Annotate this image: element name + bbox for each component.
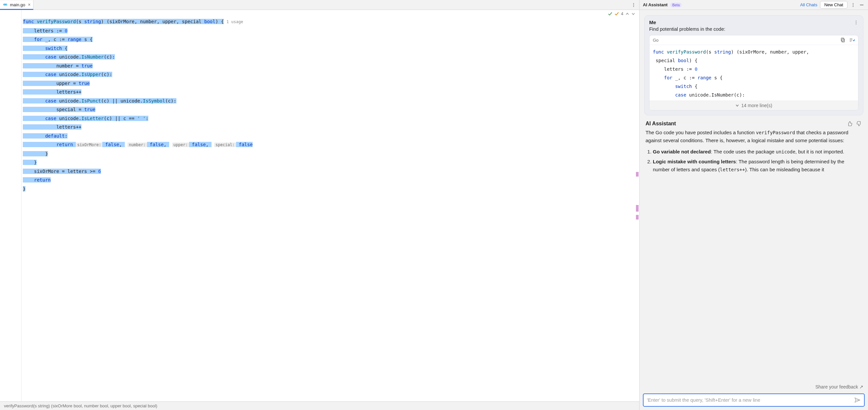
editor-tab-label: main.go xyxy=(10,2,25,7)
svg-point-5 xyxy=(633,4,634,5)
editor-tab-bar: main.go × xyxy=(0,0,639,10)
inlay-hint[interactable]: upper: xyxy=(172,142,189,147)
assistant-message: AI Assistant The Go code you have posted… xyxy=(644,121,863,176)
source-code[interactable]: func verifyPassword(s string) (sixOrMore… xyxy=(22,10,639,196)
svg-point-2 xyxy=(4,4,4,5)
chevron-up-icon[interactable] xyxy=(625,12,629,16)
ai-prompt-input[interactable] xyxy=(647,398,854,403)
assistant-text: The Go code you have posted includes a f… xyxy=(646,129,862,174)
svg-point-12 xyxy=(856,22,857,23)
snippet-lang: Go xyxy=(653,38,658,43)
ai-input-row xyxy=(640,391,868,410)
svg-rect-14 xyxy=(842,39,844,42)
svg-point-1 xyxy=(5,4,7,6)
minimize-icon[interactable] xyxy=(859,3,865,7)
issue-item: Go variable not declared: The code uses … xyxy=(653,148,862,156)
ai-menu-icon[interactable] xyxy=(850,3,856,7)
usages-hint[interactable]: 1 usage xyxy=(226,20,243,24)
inlay-hint[interactable]: number: xyxy=(127,142,147,147)
editor-body: 4 func verifyPassword(s string) (sixOrMo… xyxy=(0,10,639,401)
marker-stripe[interactable] xyxy=(636,205,639,212)
svg-point-6 xyxy=(633,6,634,7)
marker-stripe[interactable] xyxy=(636,215,639,219)
expand-snippet-button[interactable]: 14 more line(s) xyxy=(650,101,858,110)
check-icon xyxy=(608,11,613,16)
issue-item: Logic mistake with counting letters: The… xyxy=(653,158,862,174)
chevron-down-icon[interactable] xyxy=(631,12,635,16)
ai-assistant-pane: AI Assistant Beta All Chats New Chat Me xyxy=(640,0,868,410)
thumbs-down-icon[interactable] xyxy=(856,121,862,127)
new-chat-button[interactable]: New Chat xyxy=(820,1,847,9)
svg-point-9 xyxy=(853,6,854,7)
chevron-down-icon xyxy=(735,103,739,107)
editor-tab-menu-icon[interactable] xyxy=(628,0,639,9)
svg-rect-10 xyxy=(860,5,864,5)
svg-point-13 xyxy=(856,24,857,24)
ai-title: AI Assistant xyxy=(643,2,668,7)
code-snippet-card: Go func verifyPassword(s string) (sixOrM… xyxy=(649,35,859,110)
beta-badge: Beta xyxy=(670,3,682,7)
editor-gutter[interactable] xyxy=(0,10,22,401)
warning-icon xyxy=(614,11,619,16)
code-area[interactable]: 4 func verifyPassword(s string) (sixOrMo… xyxy=(22,10,639,401)
user-message-text: Find potential problems in the code: xyxy=(649,27,859,32)
inspections-widget[interactable]: 4 xyxy=(608,11,635,16)
copy-icon[interactable] xyxy=(840,37,845,43)
svg-point-11 xyxy=(856,21,857,21)
all-chats-link[interactable]: All Chats xyxy=(800,2,817,7)
ai-header: AI Assistant Beta All Chats New Chat xyxy=(640,0,868,10)
thumbs-up-icon[interactable] xyxy=(847,121,853,127)
editor-tab-main-go[interactable]: main.go × xyxy=(0,0,33,10)
breadcrumb-text: verifyPassword(s string) (sixOrMore bool… xyxy=(4,403,157,408)
user-message-menu-icon[interactable] xyxy=(854,20,859,25)
svg-point-8 xyxy=(853,4,854,5)
svg-point-7 xyxy=(853,3,854,4)
svg-point-4 xyxy=(633,3,634,4)
inlay-hint[interactable]: sixOrMore: xyxy=(76,142,102,147)
snippet-code[interactable]: func verifyPassword(s string) (sixOrMore… xyxy=(650,45,858,101)
insert-snippet-icon[interactable] xyxy=(849,37,855,43)
user-name: Me xyxy=(649,20,656,25)
ai-body: Me Find potential problems in the code: … xyxy=(640,10,868,384)
go-file-icon xyxy=(3,2,8,7)
inlay-hint[interactable]: special: xyxy=(214,142,236,147)
close-tab-icon[interactable]: × xyxy=(28,2,30,7)
editor-pane: main.go × 4 xyxy=(0,0,640,410)
assistant-name: AI Assistant xyxy=(646,121,676,127)
svg-rect-15 xyxy=(841,38,844,41)
marker-stripe[interactable] xyxy=(636,172,639,177)
inspections-count: 4 xyxy=(621,11,623,16)
svg-point-3 xyxy=(5,4,6,5)
send-icon[interactable] xyxy=(854,397,861,403)
user-message-card: Me Find potential problems in the code: … xyxy=(644,15,863,115)
share-feedback-link[interactable]: Share your feedback ↗ xyxy=(640,384,868,391)
breadcrumb-bar[interactable]: verifyPassword(s string) (sixOrMore bool… xyxy=(0,401,639,410)
